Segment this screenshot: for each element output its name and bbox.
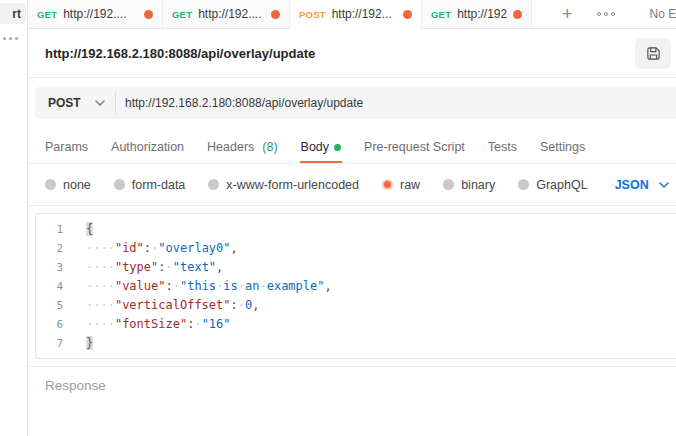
line-number: 5 — [36, 296, 63, 315]
request-title-bar: http://192.168.2.180:8088/api/overlay/up… — [28, 29, 676, 78]
code-line-content[interactable]: { — [63, 220, 93, 239]
body-type-label: raw — [400, 178, 420, 192]
line-number: 2 — [36, 239, 63, 258]
method-label: GET — [431, 9, 451, 20]
tab-bar-extras: + No Environment — [532, 0, 676, 29]
three-dots-icon — [597, 12, 601, 16]
body-type-label: GraphQL — [536, 178, 587, 192]
language-selector-label: JSON — [615, 178, 649, 192]
radio-icon — [518, 179, 529, 190]
line-number: 3 — [36, 258, 63, 277]
main-pane: GEThttp://192....GEThttp://192....POSTht… — [28, 0, 676, 436]
request-tab[interactable]: GEThttp://192.... — [28, 0, 163, 29]
tab-label: Params — [45, 140, 88, 154]
request-tab[interactable]: GEThttp://192.... — [422, 0, 532, 29]
method-label: GET — [37, 9, 57, 20]
body-type-label: binary — [461, 178, 495, 192]
language-selector[interactable]: JSON — [615, 178, 669, 192]
request-tab[interactable]: GEThttp://192.... — [163, 0, 290, 29]
sidebar-strip: rt — [0, 0, 28, 436]
postman-window: rt GEThttp://192....GEThttp://192....POS… — [0, 0, 676, 436]
code-line-content[interactable]: ····"verticalOffset":·0, — [63, 296, 259, 315]
code-line: 3····"type":·"text", — [36, 258, 676, 277]
code-line-content[interactable]: ····"value":·"this·is·an·example", — [63, 277, 332, 296]
code-line-content[interactable]: } — [63, 334, 93, 353]
code-line: 4····"value":·"this·is·an·example", — [36, 277, 676, 296]
body-type-binary[interactable]: binary — [443, 178, 495, 192]
tab-label: Tests — [488, 140, 517, 154]
unsaved-changes-dot — [144, 10, 153, 19]
request-tab-bar: GEThttp://192....GEThttp://192....POSTht… — [28, 0, 676, 29]
radio-icon — [114, 179, 125, 190]
tab-label: Settings — [540, 140, 585, 154]
tab-url-label: http://192.... — [198, 7, 265, 21]
body-type-bar: noneform-datax-www-form-urlencodedrawbin… — [28, 164, 676, 206]
method-dropdown[interactable]: POST — [35, 96, 115, 110]
tab-label: Pre-request Script — [364, 140, 465, 154]
body-type-none[interactable]: none — [45, 178, 91, 192]
request-tab[interactable]: POSThttp://192... — [290, 0, 422, 29]
body-type-raw[interactable]: raw — [382, 178, 420, 192]
tab-url-label: http://192.... — [63, 7, 138, 21]
chevron-down-icon — [659, 182, 669, 188]
code-line-content[interactable]: ····"type":·"text", — [63, 258, 223, 277]
code-line: 2····"id":·"overlay0", — [36, 239, 676, 258]
unsaved-changes-dot — [513, 10, 522, 19]
code-line-content[interactable]: ····"fontSize":·"16" — [63, 315, 231, 334]
body-type-label: none — [63, 178, 91, 192]
body-type-x-www-form-urlencoded[interactable]: x-www-form-urlencoded — [208, 178, 359, 192]
method-label: POST — [299, 9, 326, 20]
body-type-label: x-www-form-urlencoded — [226, 178, 359, 192]
line-number: 7 — [36, 334, 63, 353]
code-line-content[interactable]: ····"id":·"overlay0", — [63, 239, 238, 258]
method-label: POST — [48, 96, 81, 110]
tab-url-label: http://192... — [332, 7, 397, 21]
radio-icon — [208, 179, 219, 190]
new-tab-button[interactable]: + — [562, 5, 573, 23]
code-line: 6····"fontSize":·"16" — [36, 315, 676, 334]
radio-icon — [382, 179, 393, 190]
body-type-label: form-data — [132, 178, 186, 192]
tab-body[interactable]: Body — [301, 131, 342, 163]
body-active-dot — [334, 144, 341, 151]
tab-pre-request-script[interactable]: Pre-request Script — [364, 131, 465, 163]
request-builder: POST http://192.168.2.180:8088/api/overl… — [28, 78, 676, 131]
tab-label: Authorization — [111, 140, 184, 154]
request-section-tabs: ParamsAuthorizationHeaders(8)BodyPre-req… — [28, 131, 676, 164]
chevron-down-icon — [95, 100, 105, 106]
unsaved-changes-dot — [403, 10, 412, 19]
radio-icon — [443, 179, 454, 190]
headers-count-badge: (8) — [262, 140, 277, 154]
body-type-graphql[interactable]: GraphQL — [518, 178, 587, 192]
tab-label: Headers — [207, 140, 254, 154]
tab-authorization[interactable]: Authorization — [111, 131, 184, 163]
unsaved-changes-dot — [271, 10, 280, 19]
save-icon — [646, 46, 661, 61]
request-url-title: http://192.168.2.180:8088/api/overlay/up… — [45, 46, 315, 61]
response-section: Response — [28, 366, 676, 393]
tab-label: Body — [301, 140, 330, 154]
line-number: 4 — [36, 277, 63, 296]
response-label: Response — [45, 378, 676, 393]
tab-settings[interactable]: Settings — [540, 131, 585, 163]
radio-icon — [45, 179, 56, 190]
tab-tests[interactable]: Tests — [488, 131, 517, 163]
code-line: 5····"verticalOffset":·0, — [36, 296, 676, 315]
save-button[interactable] — [635, 38, 671, 69]
tab-params[interactable]: Params — [45, 131, 88, 163]
three-dots-icon — [3, 37, 18, 40]
code-line: 7} — [36, 334, 676, 353]
import-button-truncated[interactable]: rt — [0, 3, 26, 24]
url-input[interactable]: http://192.168.2.180:8088/api/overlay/up… — [116, 96, 363, 110]
line-number: 6 — [36, 315, 63, 334]
method-label: GET — [172, 9, 192, 20]
line-number: 1 — [36, 220, 63, 239]
code-line: 1{ — [36, 220, 676, 239]
environment-selector[interactable]: No Environment — [650, 7, 676, 21]
raw-body-editor[interactable]: 1{2····"id":·"overlay0",3····"type":·"te… — [35, 213, 676, 359]
tab-url-label: http://192.... — [457, 7, 507, 21]
tab-headers[interactable]: Headers(8) — [207, 131, 278, 163]
request-url-bar: POST http://192.168.2.180:8088/api/overl… — [35, 87, 676, 119]
more-tabs-button[interactable] — [597, 12, 615, 16]
body-type-form-data[interactable]: form-data — [114, 178, 186, 192]
